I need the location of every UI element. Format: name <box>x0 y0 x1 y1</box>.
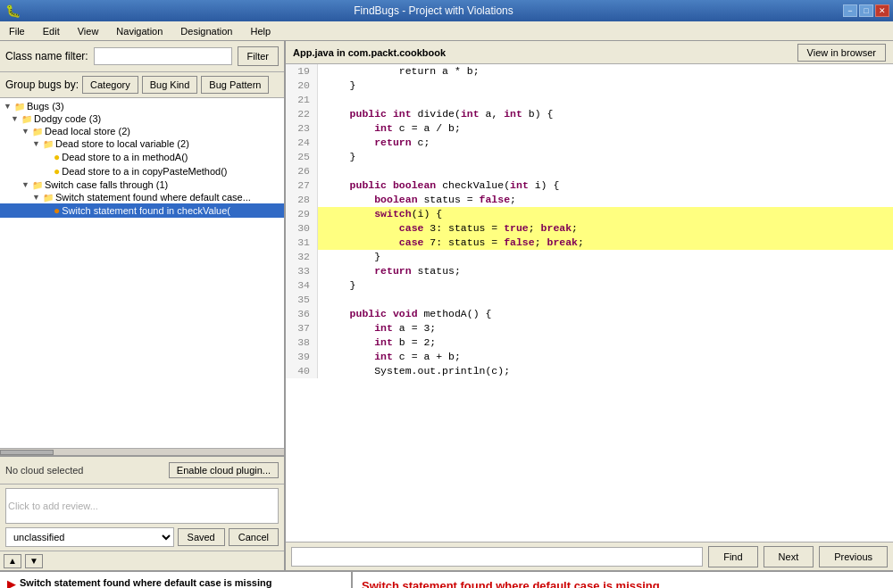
app-icon: 🐛 <box>5 4 21 18</box>
review-classify-select[interactable]: unclassified MUST_FIX NOT_A_BUG MOSTLY_H… <box>5 527 174 547</box>
close-button[interactable]: ✕ <box>875 4 889 17</box>
bugs-folder-icon: 📁 <box>14 102 25 112</box>
group-label: Group bugs by: <box>5 79 79 91</box>
left-panel: Class name filter: Filter Group bugs by:… <box>0 41 286 570</box>
previous-button[interactable]: Previous <box>819 546 888 567</box>
code-file-name: App.java in com.packt.cookbook <box>293 47 446 58</box>
bottom-left-panel: ▶ Switch statement found where default c… <box>0 572 353 588</box>
switchdefault-folder-icon: 📁 <box>43 193 54 203</box>
code-line-36: 36 public void methodA() { <box>286 307 893 321</box>
cloud-label: No cloud selected <box>5 465 163 476</box>
find-bar: Find Next Previous <box>286 542 893 570</box>
tree-item-switchfalls-label: Switch case falls through (1) <box>45 179 168 190</box>
tree-item-deadcopy-label: Dead store to a in copyPasteMethod() <box>62 166 227 177</box>
bottom-right-panel: Switch statement found where default cas… <box>353 572 893 588</box>
tree-item-switchdefault[interactable]: ▼ 📁 Switch statement found where default… <box>0 191 284 203</box>
group-row: Group bugs by: Category Bug Kind Bug Pat… <box>0 72 284 98</box>
tree-item-deadcopy[interactable]: ▶ ● Dead store to a in copyPasteMethod() <box>0 164 284 178</box>
nav-arrows: ▲ ▼ <box>0 551 284 570</box>
code-line-26: 26 <box>286 164 893 178</box>
code-line-28: 28 boolean status = false; <box>286 193 893 207</box>
code-line-31: 31 case 7: status = false; break; <box>286 236 893 250</box>
bug-icon-deadmethod: ● <box>54 151 60 163</box>
group-category-button[interactable]: Category <box>82 76 138 94</box>
nav-up-button[interactable]: ▲ <box>4 554 21 568</box>
code-line-24: 24 return c; <box>286 136 893 150</box>
tree-item-switchcheck[interactable]: ▶ ● Switch statement found in checkValue… <box>0 203 284 218</box>
code-line-40: 40 System.out.println(c); <box>286 364 893 378</box>
code-line-33: 33 return status; <box>286 264 893 278</box>
code-line-19: 19 return a * b; <box>286 64 893 79</box>
tree-item-deadstore[interactable]: ▼ 📁 Dead store to local variable (2) <box>0 137 284 150</box>
group-bugpattern-button[interactable]: Bug Pattern <box>201 76 269 94</box>
tree-item-switchdefault-label: Switch statement found where default cas… <box>55 192 251 203</box>
tree-item-dodgy[interactable]: ▼ 📁 Dodgy code (3) <box>0 112 284 125</box>
code-line-37: 37 int a = 3; <box>286 321 893 335</box>
bug-icon-switchcheck: ● <box>54 204 60 217</box>
title-bar: 🐛 FindBugs - Project with Violations − □… <box>0 0 893 21</box>
bug-tree[interactable]: ▼ 📁 Bugs (3) ▼ 📁 Dodgy code (3) ▼ 📁 Dead… <box>0 98 284 448</box>
review-cancel-button[interactable]: Cancel <box>229 528 279 546</box>
filter-button[interactable]: Filter <box>238 46 279 66</box>
menu-view[interactable]: View <box>72 25 104 37</box>
tree-item-deadlocal-label: Dead local store (2) <box>45 126 130 137</box>
error-triangle-icon: ▶ <box>7 577 16 588</box>
find-input[interactable] <box>291 547 703 567</box>
group-bugkind-button[interactable]: Bug Kind <box>142 76 198 94</box>
review-placeholder: Click to add review... <box>8 501 98 511</box>
code-line-32: 32 } <box>286 250 893 264</box>
cloud-plugin-button[interactable]: Enable cloud plugin... <box>169 462 279 478</box>
code-line-34: 34 } <box>286 278 893 293</box>
deadstore-folder-icon: 📁 <box>43 139 54 149</box>
dodgy-folder-icon: 📁 <box>21 114 32 124</box>
menu-navigation[interactable]: Navigation <box>111 25 168 37</box>
bottom-error-label: Switch statement found where default cas… <box>20 577 271 588</box>
main-layout: Class name filter: Filter Group bugs by:… <box>0 41 893 570</box>
code-line-23: 23 int c = a / b; <box>286 121 893 136</box>
tree-item-bugs[interactable]: ▼ 📁 Bugs (3) <box>0 100 284 112</box>
next-button[interactable]: Next <box>764 546 814 567</box>
class-name-filter-input[interactable] <box>94 47 232 65</box>
tree-item-deadmethod-label: Dead store to a in methodA() <box>62 152 188 162</box>
cloud-section: No cloud selected Enable cloud plugin... <box>0 455 284 484</box>
bottom-panel: ▶ Switch statement found where default c… <box>0 570 893 588</box>
code-line-21: 21 <box>286 93 893 107</box>
maximize-button[interactable]: □ <box>859 4 873 17</box>
tree-item-switchfalls[interactable]: ▼ 📁 Switch case falls through (1) <box>0 178 284 191</box>
find-button[interactable]: Find <box>708 546 757 567</box>
switchfalls-folder-icon: 📁 <box>32 180 43 190</box>
code-line-38: 38 int b = 2; <box>286 335 893 350</box>
code-area[interactable]: 19 return a * b; 20 } 21 22 public int d… <box>286 64 893 542</box>
view-in-browser-button[interactable]: View in browser <box>797 44 886 62</box>
menu-designation[interactable]: Designation <box>175 25 238 37</box>
tree-scroll[interactable] <box>0 448 284 455</box>
review-saved-button[interactable]: Saved <box>178 528 225 546</box>
bottom-right-title: Switch statement found where default cas… <box>362 579 884 588</box>
tree-item-deadmethod[interactable]: ▶ ● Dead store to a in methodA() <box>0 150 284 164</box>
review-text-area[interactable]: Click to add review... <box>5 488 279 524</box>
tree-item-switchcheck-label: Switch statement found in checkValue( <box>62 205 230 216</box>
nav-down-button[interactable]: ▼ <box>25 554 43 568</box>
code-line-25: 25 } <box>286 150 893 164</box>
filter-row: Class name filter: Filter <box>0 41 284 72</box>
menu-edit[interactable]: Edit <box>38 25 65 37</box>
filter-label: Class name filter: <box>5 50 88 62</box>
review-controls: unclassified MUST_FIX NOT_A_BUG MOSTLY_H… <box>5 527 279 547</box>
code-line-39: 39 int c = a + b; <box>286 350 893 364</box>
menu-file[interactable]: File <box>4 25 30 37</box>
code-line-35: 35 <box>286 293 893 307</box>
code-line-22: 22 public int divide(int a, int b) { <box>286 107 893 121</box>
minimize-button[interactable]: − <box>843 4 857 17</box>
menu-help[interactable]: Help <box>245 25 276 37</box>
window-title: FindBugs - Project with Violations <box>24 4 843 17</box>
code-line-30: 30 case 3: status = true; break; <box>286 221 893 236</box>
tree-item-deadstore-label: Dead store to local variable (2) <box>55 138 189 149</box>
code-header: App.java in com.packt.cookbook View in b… <box>286 41 893 64</box>
code-line-20: 20 } <box>286 79 893 93</box>
tree-item-dodgy-label: Dodgy code (3) <box>34 113 101 124</box>
deadlocal-folder-icon: 📁 <box>32 127 43 137</box>
menu-bar: File Edit View Navigation Designation He… <box>0 21 893 41</box>
review-section: Click to add review... unclassified MUST… <box>0 484 284 551</box>
tree-item-bugs-label: Bugs (3) <box>27 101 64 112</box>
tree-item-deadlocal[interactable]: ▼ 📁 Dead local store (2) <box>0 125 284 137</box>
